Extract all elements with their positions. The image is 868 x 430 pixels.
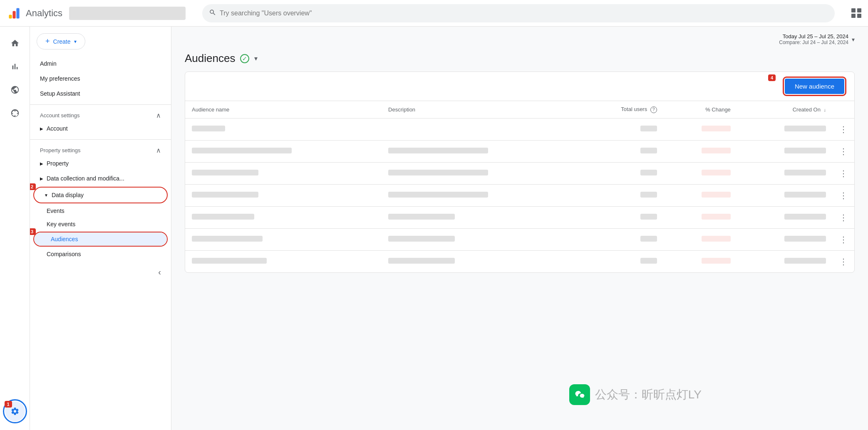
svg-rect-2 (16, 8, 19, 18)
blurred-users (640, 258, 657, 264)
row-change (664, 206, 737, 228)
main-layout: 1 + Create ▾ Admin My preferences Setup … (0, 27, 868, 430)
nav-item-admin[interactable]: Admin (30, 56, 171, 71)
badge-3: 3 (30, 228, 36, 235)
settings-wrapper: 1 (3, 399, 27, 423)
blurred-desc (388, 148, 488, 153)
more-icon[interactable]: ⋮ (839, 168, 848, 178)
search-bar[interactable] (202, 4, 835, 22)
row-users (578, 206, 664, 228)
row-name (185, 162, 382, 184)
blurred-desc (388, 236, 455, 242)
sidebar-item-reports[interactable] (5, 57, 25, 77)
more-icon[interactable]: ⋮ (839, 146, 848, 156)
nav-sub-item-comparisons[interactable]: Comparisons (30, 247, 171, 261)
topbar: Analytics (0, 0, 868, 27)
analytics-logo-icon (7, 6, 22, 21)
badge-4: 4 (768, 74, 776, 81)
row-change (664, 250, 737, 272)
nav-item-setup-assistant[interactable]: Setup Assistant (30, 86, 171, 101)
property-settings-collapse[interactable]: ∧ (156, 146, 161, 154)
property-chevron: ▶ (40, 161, 43, 166)
col-header-actions (833, 101, 854, 118)
nav-item-account[interactable]: ▶ Account (30, 121, 171, 136)
nav-sub-item-events[interactable]: Events (30, 204, 171, 217)
create-button[interactable]: + Create ▾ (37, 33, 85, 49)
nav-sub-item-key-events[interactable]: Key events (30, 217, 171, 231)
nav-item-property[interactable]: ▶ Property (30, 156, 171, 171)
account-chevron: ▶ (40, 126, 43, 131)
row-name (185, 118, 382, 140)
blurred-change (702, 192, 731, 198)
data-display-chevron: ▼ (44, 193, 48, 198)
nav-item-data-display[interactable]: ▼ Data display (34, 188, 167, 203)
blurred-users (640, 126, 657, 131)
blurred-date (784, 170, 826, 175)
row-date (737, 228, 833, 250)
row-description (382, 206, 578, 228)
row-change (664, 228, 737, 250)
row-name (185, 184, 382, 206)
blurred-desc (388, 170, 488, 175)
table-row: ⋮ (185, 228, 854, 250)
blurred-date (784, 148, 826, 153)
row-name (185, 140, 382, 162)
blurred-name (192, 258, 267, 264)
row-date (737, 162, 833, 184)
audiences-table: Audience name Description Total users ? … (185, 101, 854, 272)
row-name (185, 206, 382, 228)
dropdown-icon: ▾ (74, 39, 77, 44)
svg-rect-0 (9, 15, 12, 18)
blurred-name (192, 192, 258, 198)
blurred-name (192, 170, 258, 175)
blurred-date (784, 214, 826, 220)
sort-icon[interactable]: ↓ (824, 107, 826, 112)
blurred-users (640, 192, 657, 198)
row-change (664, 118, 737, 140)
new-audience-wrapper: 4 New audience (785, 79, 844, 94)
row-more: ⋮ (833, 140, 854, 162)
sidebar-item-explore[interactable] (5, 80, 25, 100)
page-title-row: Audiences ✓ ▾ (171, 45, 868, 72)
row-date (737, 250, 833, 272)
row-name (185, 228, 382, 250)
svg-rect-1 (12, 11, 15, 18)
date-chevron-icon[interactable]: ▾ (852, 36, 855, 43)
row-more: ⋮ (833, 228, 854, 250)
nav-item-data-collection[interactable]: ▶ Data collection and modifica... (30, 171, 171, 186)
row-more: ⋮ (833, 250, 854, 272)
account-settings-collapse[interactable]: ∧ (156, 111, 161, 119)
apps-button[interactable] (851, 8, 861, 18)
title-chevron-icon[interactable]: ▾ (254, 54, 258, 62)
search-input[interactable] (220, 10, 828, 17)
status-badge: ✓ (240, 54, 249, 63)
more-icon[interactable]: ⋮ (839, 124, 848, 134)
total-users-help-icon[interactable]: ? (650, 106, 657, 113)
row-date (737, 184, 833, 206)
row-description (382, 228, 578, 250)
new-audience-button[interactable]: New audience (785, 79, 844, 94)
sidebar-item-home[interactable] (5, 33, 25, 53)
nav-collapse-button[interactable]: ‹ (30, 261, 171, 284)
blurred-name (192, 236, 263, 242)
badge-2: 2 (30, 183, 36, 190)
blurred-desc (388, 258, 455, 264)
sidebar-bottom: 1 (3, 399, 27, 423)
col-header-name: Audience name (185, 101, 382, 118)
more-icon[interactable]: ⋮ (839, 235, 848, 245)
main-content: Today Jul 25 – Jul 25, 2024 Compare: Jul… (171, 27, 868, 430)
sidebar-item-advertising[interactable] (5, 103, 25, 123)
more-icon[interactable]: ⋮ (839, 213, 848, 222)
col-header-total-users: Total users ? (578, 101, 664, 118)
account-selector[interactable] (69, 7, 186, 20)
more-icon[interactable]: ⋮ (839, 257, 848, 267)
row-more: ⋮ (833, 118, 854, 140)
nav-sub-item-audiences[interactable]: Audiences (34, 232, 167, 246)
row-more: ⋮ (833, 184, 854, 206)
row-description (382, 118, 578, 140)
nav-divider-2 (30, 139, 171, 140)
table-toolbar: 4 New audience (185, 72, 854, 101)
nav-item-my-preferences[interactable]: My preferences (30, 71, 171, 86)
apps-grid-icon (851, 8, 861, 18)
more-icon[interactable]: ⋮ (839, 190, 848, 200)
